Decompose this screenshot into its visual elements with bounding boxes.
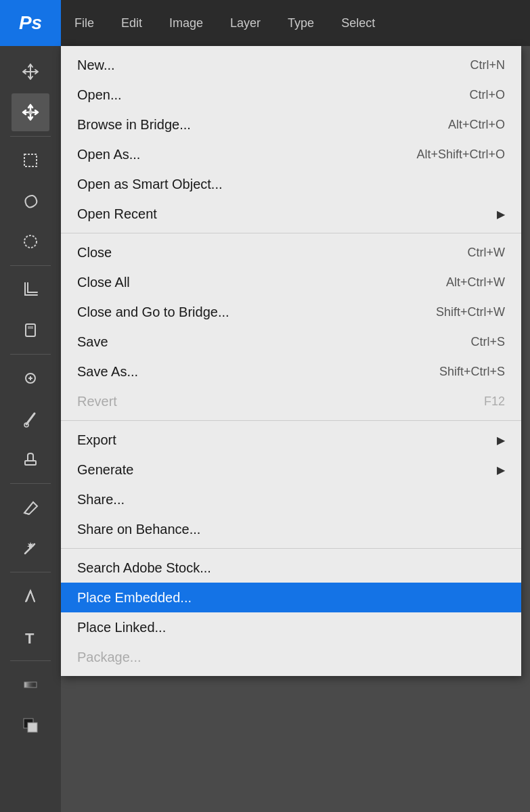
menu-select[interactable]: Select [328, 0, 389, 46]
heal-brush-icon[interactable] [12, 359, 49, 397]
menu-generate[interactable]: Generate ▶ [61, 455, 521, 484]
circle-select-icon[interactable] [12, 223, 49, 261]
brush-tool-icon[interactable] [12, 400, 49, 438]
menu-open-label: Open... [77, 87, 122, 103]
menu-save[interactable]: Save Ctrl+S [61, 327, 521, 357]
menu-package[interactable]: Package... [61, 642, 521, 672]
menu-close-all-label: Close All [77, 275, 130, 290]
menu-close-shortcut: Ctrl+W [468, 246, 506, 260]
menu-section-save: Close Ctrl+W Close All Alt+Ctrl+W Close … [61, 233, 521, 421]
crop-tool-icon[interactable] [12, 271, 49, 309]
svg-rect-7 [25, 461, 36, 465]
menu-section-place: Search Adobe Stock... Place Embedded... … [61, 549, 521, 676]
menu-image[interactable]: Image [156, 0, 217, 46]
color-swatch-icon[interactable] [12, 706, 49, 744]
menu-open[interactable]: Open... Ctrl+O [61, 80, 521, 110]
menu-save-as[interactable]: Save As... Shift+Ctrl+S [61, 357, 521, 386]
menu-open-recent-arrow: ▶ [497, 208, 505, 221]
move-tool-icon[interactable] [12, 53, 49, 91]
menu-save-as-shortcut: Shift+Ctrl+S [439, 365, 505, 379]
svg-rect-9 [24, 682, 37, 687]
tool-divider-4 [10, 483, 51, 484]
menu-save-shortcut: Ctrl+S [470, 335, 505, 349]
tool-divider-1 [10, 136, 51, 137]
menu-share-behance-label: Share on Behance... [77, 522, 200, 537]
menu-search-stock[interactable]: Search Adobe Stock... [61, 553, 521, 583]
menu-open-smart-label: Open as Smart Object... [77, 177, 223, 192]
menu-items: File Edit Image Layer Type Select [61, 0, 530, 46]
menu-browse-label: Browse in Bridge... [77, 117, 191, 133]
menu-revert-label: Revert [77, 394, 117, 409]
menu-close-bridge[interactable]: Close and Go to Bridge... Shift+Ctrl+W [61, 297, 521, 327]
magic-wand-icon[interactable] [12, 529, 49, 567]
menu-save-label: Save [77, 334, 108, 350]
svg-rect-11 [28, 723, 37, 732]
menu-open-smart-object[interactable]: Open as Smart Object... [61, 169, 521, 199]
eyedropper-icon[interactable] [12, 311, 49, 349]
menu-type[interactable]: Type [274, 0, 328, 46]
stamp-tool-icon[interactable] [12, 441, 49, 478]
menu-export-label: Export [77, 432, 116, 448]
menu-generate-label: Generate [77, 462, 133, 478]
file-menu-dropdown: New... Ctrl+N Open... Ctrl+O Browse in B… [61, 46, 521, 676]
menu-new-shortcut: Ctrl+N [470, 58, 505, 72]
gradient-tool-icon[interactable] [12, 666, 49, 704]
menu-share-label: Share... [77, 492, 125, 508]
menu-revert[interactable]: Revert F12 [61, 386, 521, 416]
menu-new[interactable]: New... Ctrl+N [61, 50, 521, 80]
svg-rect-3 [26, 324, 35, 336]
tool-divider-2 [10, 265, 51, 266]
eraser-tool-icon[interactable] [12, 489, 49, 526]
menu-close-bridge-shortcut: Shift+Ctrl+W [436, 305, 505, 319]
svg-rect-1 [24, 154, 37, 166]
ps-logo: Ps [0, 0, 61, 46]
menu-layer[interactable]: Layer [217, 0, 274, 46]
menu-close-bridge-label: Close and Go to Bridge... [77, 304, 229, 320]
menu-section-open: New... Ctrl+N Open... Ctrl+O Browse in B… [61, 46, 521, 233]
menu-place-linked-label: Place Linked... [77, 620, 166, 635]
select-tool-icon[interactable] [12, 141, 49, 179]
tool-divider-3 [10, 354, 51, 355]
svg-rect-4 [28, 326, 33, 329]
menu-save-as-label: Save As... [77, 364, 138, 380]
menu-package-label: Package... [77, 650, 141, 665]
menu-place-linked[interactable]: Place Linked... [61, 612, 521, 642]
menu-close[interactable]: Close Ctrl+W [61, 238, 521, 267]
menu-place-embedded[interactable]: Place Embedded... [61, 583, 521, 612]
menu-open-recent-label: Open Recent [77, 206, 157, 222]
menu-place-embedded-label: Place Embedded... [77, 590, 192, 606]
menu-revert-shortcut: F12 [484, 394, 505, 409]
tool-divider-6 [10, 660, 51, 661]
menu-file[interactable]: File [61, 0, 108, 46]
menu-share-behance[interactable]: Share on Behance... [61, 514, 521, 544]
menu-browse-bridge[interactable]: Browse in Bridge... Alt+Ctrl+O [61, 110, 521, 139]
menu-edit[interactable]: Edit [108, 0, 156, 46]
menu-new-label: New... [77, 58, 115, 73]
menu-share[interactable]: Share... [61, 484, 521, 514]
menu-generate-arrow: ▶ [497, 464, 505, 476]
menu-export[interactable]: Export ▶ [61, 425, 521, 455]
menu-open-as[interactable]: Open As... Alt+Shift+Ctrl+O [61, 139, 521, 169]
tool-divider-5 [10, 572, 51, 572]
menu-open-as-label: Open As... [77, 147, 140, 162]
type-tool-icon[interactable]: T [12, 618, 49, 656]
menu-export-arrow: ▶ [497, 434, 505, 447]
menu-section-export: Export ▶ Generate ▶ Share... Share on Be… [61, 421, 521, 549]
menu-close-all-shortcut: Alt+Ctrl+W [446, 275, 505, 290]
menu-close-label: Close [77, 245, 112, 261]
svg-point-0 [28, 110, 32, 114]
menu-bar: Ps File Edit Image Layer Type Select [0, 0, 530, 46]
transform-tool-icon[interactable] [12, 93, 49, 131]
menu-open-shortcut: Ctrl+O [469, 88, 505, 102]
svg-point-2 [24, 235, 37, 248]
menu-open-recent[interactable]: Open Recent ▶ [61, 199, 521, 229]
menu-open-as-shortcut: Alt+Shift+Ctrl+O [416, 148, 505, 162]
sidebar: T [0, 46, 61, 812]
menu-search-stock-label: Search Adobe Stock... [77, 560, 211, 576]
menu-close-all[interactable]: Close All Alt+Ctrl+W [61, 267, 521, 297]
menu-browse-shortcut: Alt+Ctrl+O [448, 118, 505, 132]
lasso-tool-icon[interactable] [12, 182, 49, 220]
svg-text:T: T [25, 630, 35, 646]
pen-tool-icon[interactable] [12, 577, 49, 615]
